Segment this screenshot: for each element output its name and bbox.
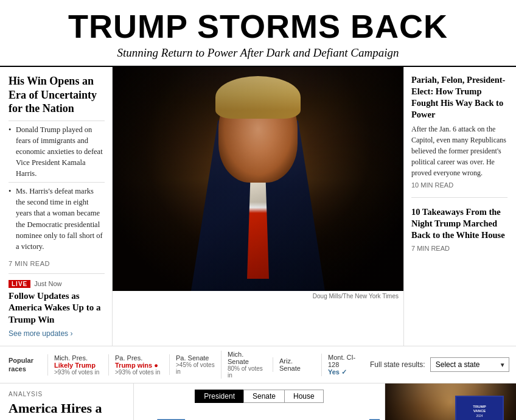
left-column: His Win Opens an Era of Uncertainty for … <box>0 67 113 346</box>
us-map-svg: Mont. N.D. S.D. Wyo. Nebr. Kan. Okla. <box>138 407 381 420</box>
tab-president[interactable]: President <box>195 390 243 403</box>
race-votes: 80% of votes in <box>228 365 267 379</box>
race-status-yes: Yes ✓ <box>328 368 364 376</box>
right-headline-2: 10 Takeaways From the Night Trump Marche… <box>411 206 507 241</box>
read-time-main: 7 MIN READ <box>9 260 105 267</box>
see-more-link[interactable]: See more updates › <box>9 329 72 338</box>
race-name: Ariz. Senate <box>279 357 315 372</box>
right-story-1: Pariah, Felon, President-Elect: How Trum… <box>411 74 507 198</box>
left-headline: His Win Opens an Era of Uncertainty for … <box>9 74 105 116</box>
read-time-1: 10 MIN READ <box>411 181 507 189</box>
bullet-1: •Donald Trump played on fears of immigra… <box>9 121 105 183</box>
race-status: Likely Trump <box>54 362 102 369</box>
popular-races-label: Popular races <box>9 356 44 374</box>
tab-senate[interactable]: Senate <box>243 390 284 403</box>
live-section: LIVE Just Now Follow Updates as America … <box>9 273 105 339</box>
right-body-1: After the Jan. 6 attack on the Capitol, … <box>411 124 507 178</box>
state-select[interactable]: Select a state <box>430 357 509 372</box>
page-header: TRUMP STORMS BACK Stunning Return to Pow… <box>0 0 516 67</box>
race-pa-senate: Pa. Senate >45% of votes in <box>169 354 221 375</box>
race-name: Pa. Pres. <box>115 354 163 362</box>
race-mont: Mont. CI-128 Yes ✓ <box>321 354 370 376</box>
live-badge: LIVE <box>9 280 30 288</box>
live-headline: Follow Updates as America Wakes Up to a … <box>9 290 105 326</box>
bottom-grid: ANALYSIS America Hires a Strongman This … <box>0 383 516 420</box>
race-votes: >45% of votes in <box>176 362 215 375</box>
race-name: Mich. Senate <box>228 351 267 365</box>
main-grid: His Win Opens an Era of Uncertainty for … <box>0 67 516 346</box>
main-headline: TRUMP STORMS BACK <box>12 10 504 43</box>
right-story-2: 10 Takeaways From the Night Trump Marche… <box>411 206 507 252</box>
map-column: President Senate House Mont. N.D. S.D. W… <box>134 383 385 420</box>
us-map-container: Mont. N.D. S.D. Wyo. Nebr. Kan. Okla. <box>138 407 381 420</box>
tab-house[interactable]: House <box>284 390 324 403</box>
race-name: Pa. Senate <box>176 354 215 362</box>
race-name: Mich. Pres. <box>54 354 102 362</box>
right-bottom-column: TRUMPVANCE 2024 Bridget Bennett for the … <box>385 383 516 420</box>
analysis-label: ANALYSIS <box>9 391 126 397</box>
full-state-results: Full state results: Select a state ▼ <box>370 357 509 372</box>
race-name: Mont. CI-128 <box>328 354 364 368</box>
center-image-col: Doug Mills/The New York Times <box>113 67 403 346</box>
race-ariz-senate: Ariz. Senate <box>273 357 321 372</box>
photo-caption: Doug Mills/The New York Times <box>113 291 403 301</box>
races-bar: Popular races Mich. Pres. Likely Trump >… <box>0 346 516 383</box>
bullet-list: •Donald Trump played on fears of immigra… <box>9 121 105 255</box>
bullet-2: •Ms. Harris's defeat marks the second ti… <box>9 182 105 255</box>
vance-image: TRUMPVANCE 2024 Bridget Bennett for the … <box>385 383 516 420</box>
race-status: Trump wins ● <box>115 362 163 369</box>
analysis-headline: America Hires a Strongman <box>9 401 126 420</box>
trump-photo <box>113 67 403 291</box>
read-time-2: 7 MIN READ <box>411 245 507 252</box>
race-mich-senate: Mich. Senate 80% of votes in <box>221 351 273 379</box>
subtitle: Stunning Return to Power After Dark and … <box>12 46 504 60</box>
race-mich-pres: Mich. Pres. Likely Trump >93% of votes i… <box>47 354 108 376</box>
analysis-column: ANALYSIS America Hires a Strongman This … <box>0 383 134 420</box>
full-results-label: Full state results: <box>370 360 425 369</box>
race-votes: >93% of votes in <box>54 369 102 376</box>
just-now: Just Now <box>34 280 61 287</box>
map-tabs: President Senate House <box>138 390 381 403</box>
right-column: Pariah, Felon, President-Elect: How Trum… <box>403 67 516 346</box>
race-votes: >93% of votes in <box>115 369 163 376</box>
right-headline-1: Pariah, Felon, President-Elect: How Trum… <box>411 74 507 120</box>
race-pa-pres: Pa. Pres. Trump wins ● >93% of votes in <box>108 354 169 376</box>
